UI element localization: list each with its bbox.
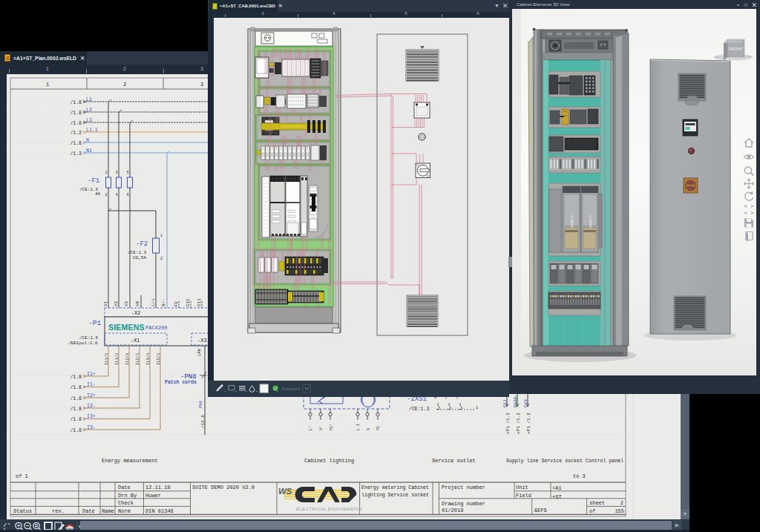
svg-text:N1: N1: [86, 148, 92, 154]
svg-text:-F1: -F1: [88, 177, 99, 185]
svg-text:N: N: [367, 428, 371, 430]
svg-text:Norm: Norm: [118, 508, 131, 514]
svg-text:1: 1: [46, 82, 49, 88]
svg-text:I3+: I3+: [87, 414, 96, 419]
svg-text:/1.8: /1.8: [70, 396, 82, 401]
svg-text:Date: Date: [118, 485, 131, 490]
svg-text:1: 1: [476, 406, 478, 410]
svg-text:Drawing number: Drawing number: [442, 501, 485, 507]
svg-text:ELECTRICAL ENGINEERING: ELECTRICAL ENGINEERING: [296, 507, 362, 511]
svg-text:/1.8: /1.8: [70, 428, 82, 433]
svg-text:PAC4200: PAC4200: [145, 325, 167, 331]
svg-text:N: N: [86, 138, 89, 143]
svg-text:WS: WS: [278, 487, 292, 496]
svg-text:155: 155: [615, 508, 624, 514]
svg-text:/1.8: /1.8: [70, 121, 82, 126]
svg-text:DIN 81346: DIN 81346: [145, 508, 174, 514]
svg-text:P11: P11: [502, 399, 508, 407]
svg-text:/1.8: /1.8: [70, 385, 82, 390]
svg-text:P1N: P1N: [523, 399, 528, 407]
svg-text:Huwer: Huwer: [145, 493, 161, 499]
svg-text:/1.8: /1.8: [70, 111, 82, 116]
svg-text:C0,5A: C0,5A: [133, 255, 146, 260]
svg-text:I1+: I1+: [87, 372, 96, 377]
svg-text:PE: PE: [376, 426, 381, 430]
svg-text:sheet: sheet: [589, 500, 605, 506]
svg-text:-P1: -P1: [88, 319, 101, 327]
svg-text:-X1: -X1: [131, 338, 140, 344]
svg-text:12.11.18: 12.11.18: [145, 485, 171, 490]
svg-text:L/+: L/+: [151, 298, 156, 306]
svg-text:/1.8: /1.8: [70, 375, 82, 380]
svg-text:rev.: rev.: [52, 508, 65, 514]
svg-text:D1C: D1C: [186, 298, 191, 306]
svg-text:Drn By: Drn By: [118, 493, 137, 499]
svg-text:/15.6: /15.6: [200, 415, 206, 428]
svg-text:LAN: LAN: [197, 349, 202, 356]
svg-text:I1-: I1-: [87, 382, 96, 387]
svg-text:5: 5: [126, 171, 128, 175]
svg-text:I3-: I3-: [87, 425, 96, 430]
svg-text:/CE:1.3: /CE:1.3: [409, 407, 429, 412]
svg-text:Project number: Project number: [442, 485, 485, 490]
svg-text:-X3: -X3: [197, 338, 207, 344]
svg-text:2: 2: [105, 193, 107, 197]
svg-text:/1.3: /1.3: [70, 151, 82, 157]
svg-text:N': N': [319, 426, 324, 430]
svg-text:Service outlet: Service outlet: [432, 458, 476, 464]
svg-text:VN: VN: [135, 301, 140, 306]
svg-text:3: 3: [200, 82, 203, 88]
svg-text:Date: Date: [82, 508, 95, 514]
svg-text:P12E: P12E: [513, 396, 518, 407]
svg-text:1: 1: [105, 171, 107, 175]
svg-text:PE': PE': [330, 424, 334, 430]
svg-text:/1.2: /1.2: [70, 131, 82, 136]
svg-text:Name: Name: [102, 508, 114, 514]
svg-text:+P1 /1.2: +P1 /1.2: [526, 413, 531, 434]
svg-text:/EE1pol:1.6: /EE1pol:1.6: [68, 341, 98, 346]
svg-text:Supply line Service socket Con: Supply line Service socket Control panel: [506, 459, 623, 464]
svg-text:L1.1: L1.1: [86, 128, 98, 133]
svg-text:of: of: [589, 508, 595, 514]
svg-text:L': L': [309, 426, 313, 430]
svg-text:V3: V3: [124, 301, 129, 306]
svg-text:&EFS: &EFS: [534, 508, 547, 513]
svg-text:01/2019: 01/2019: [442, 508, 463, 513]
svg-text:L2: L2: [86, 108, 92, 113]
svg-text:Cabinet lighting: Cabinet lighting: [304, 458, 354, 464]
svg-text:Energy metering Cabinet: Energy metering Cabinet: [361, 485, 429, 490]
svg-text:2: 2: [620, 500, 623, 506]
svg-text:+P1 /1.2: +P1 /1.2: [505, 413, 511, 434]
svg-text:L1: L1: [86, 97, 92, 102]
svg-text:6: 6: [126, 193, 128, 197]
svg-text:3: 3: [115, 171, 117, 175]
svg-text:2: 2: [160, 257, 163, 261]
svg-text:+P1 /1.2: +P1 /1.2: [516, 413, 521, 434]
svg-text:V2: V2: [114, 301, 119, 306]
svg-text:/1.8: /1.8: [70, 417, 82, 422]
svg-text:SUITE DEMO 2020 V2.0: SUITE DEMO 2020 V2.0: [192, 485, 255, 490]
svg-text:+ST: +ST: [552, 494, 562, 500]
svg-text:/CE:1.3: /CE:1.3: [128, 250, 147, 255]
svg-text:PN8: PN8: [198, 401, 203, 408]
svg-text:Check: Check: [118, 500, 134, 506]
svg-text:of 1: of 1: [16, 473, 28, 479]
svg-text:V1: V1: [103, 301, 108, 306]
svg-text:/1.8: /1.8: [70, 407, 82, 412]
svg-text:1: 1: [160, 234, 163, 238]
svg-text:D11: D11: [197, 298, 202, 306]
svg-text:/1.8: /1.8: [70, 141, 82, 146]
svg-text:Field: Field: [516, 493, 531, 499]
svg-text:Energy measurement: Energy measurement: [102, 458, 158, 464]
svg-text:SIEMENS: SIEMENS: [108, 323, 145, 332]
svg-text:Unit: Unit: [516, 485, 528, 490]
svg-text:4A: 4A: [95, 191, 101, 197]
svg-text:2: 2: [123, 82, 126, 88]
svg-text:/1.8: /1.8: [70, 100, 82, 105]
svg-text:=A1: =A1: [552, 485, 562, 491]
svg-text:lighting Service socket: lighting Service socket: [361, 493, 429, 498]
svg-text:I2+: I2+: [87, 393, 96, 398]
svg-text:FRONT: FRONT: [729, 47, 744, 51]
svg-text:N/-: N/-: [161, 298, 166, 306]
svg-text:L3: L3: [86, 118, 92, 123]
